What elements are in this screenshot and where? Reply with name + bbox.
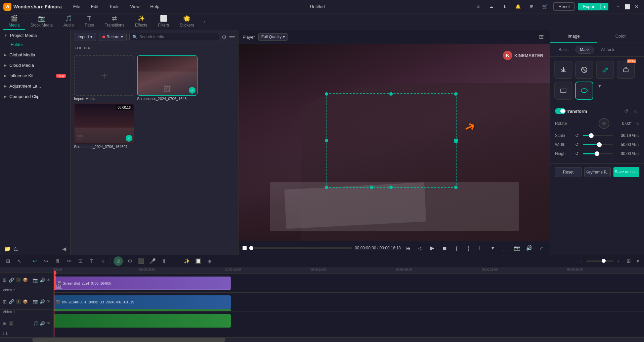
redo-button[interactable]: ↪	[41, 256, 51, 266]
bracket-left-button[interactable]: {	[452, 243, 461, 253]
close-button[interactable]: ✕	[633, 3, 641, 11]
media-thumb-1[interactable]: 🖼 ✓	[137, 55, 198, 96]
notification-icon-btn[interactable]: 🔔	[513, 2, 523, 12]
volume-button[interactable]: 🔊	[524, 243, 534, 253]
audio-btn[interactable]: ⬆	[159, 256, 169, 266]
track-add-icon[interactable]: ⊞	[3, 277, 7, 283]
save-custom-button[interactable]: Save as cu...	[613, 167, 639, 177]
audio1-clip[interactable]	[54, 314, 231, 328]
mask-icon-pen[interactable]	[596, 61, 614, 79]
collapse-sidebar-icon[interactable]: ◀	[62, 246, 66, 252]
ripple-edit-btn[interactable]: ⊚	[114, 256, 123, 266]
zoom-plus-btn[interactable]: ＋	[614, 257, 622, 265]
height-slider[interactable]	[583, 153, 613, 154]
rotate-circle-btn[interactable]	[599, 118, 609, 129]
minimize-button[interactable]: －	[614, 3, 622, 11]
snapshot-button[interactable]: 📷	[512, 243, 522, 253]
timeline-scrollbar[interactable]	[0, 337, 644, 342]
monitor-icon-btn[interactable]: 🖥	[473, 2, 483, 12]
video2-clip[interactable]: 🎬 Screenshot_2024_0706_164607	[54, 277, 231, 290]
crop-tl-button[interactable]: ⊡	[76, 256, 85, 266]
sidebar-item-influence-kit[interactable]: ▶ Influence Kit NEW	[0, 70, 70, 81]
track-mic-icon[interactable]: 🎵	[33, 321, 38, 326]
track-link-icon[interactable]: 🔗	[9, 278, 14, 283]
track-vol-1[interactable]: 🔊	[40, 299, 45, 304]
track-link-icon-1[interactable]: 🔗	[9, 299, 14, 304]
mask-icon-ellipse[interactable]	[575, 82, 593, 100]
mark-dropdown-btn[interactable]: ▾	[488, 243, 498, 253]
track-eye-2[interactable]: 👁	[46, 278, 51, 283]
add-track-button[interactable]: ⊞	[3, 256, 13, 266]
track-vol-a[interactable]: 🔊	[40, 321, 45, 326]
text-tl-button[interactable]: T	[87, 256, 96, 266]
menu-tools[interactable]: Tools	[106, 3, 122, 10]
cloud-icon-btn[interactable]: ☁	[486, 2, 496, 12]
split-btn[interactable]: ⊢	[171, 256, 180, 266]
sidebar-item-compound-clip[interactable]: ▶ Compound Clip	[0, 91, 70, 102]
grid-view-btn[interactable]: ⊞	[624, 256, 633, 266]
quality-select[interactable]: Full Quality ▾	[258, 33, 288, 41]
track-vol-icon-2[interactable]: 📦	[23, 278, 28, 282]
width-keyframe-icon[interactable]: ◇	[636, 142, 639, 147]
track-btn[interactable]: 🔲	[194, 256, 203, 266]
ai-btn[interactable]: ✨	[182, 256, 191, 266]
shop-icon-btn[interactable]: 🛒	[540, 2, 550, 12]
new-folder-icon[interactable]: 📁	[4, 246, 11, 252]
record-button[interactable]: Record ▾	[99, 33, 127, 41]
sub-tab-mask[interactable]: Mask	[575, 46, 594, 54]
more-tl-button[interactable]: »	[98, 256, 108, 266]
export-button[interactable]: Export	[578, 3, 600, 10]
grid-dropdown-btn[interactable]: ▾	[635, 256, 641, 266]
mask-icon-slash[interactable]	[575, 61, 593, 79]
tab-audio[interactable]: 🎵 Audio	[58, 13, 79, 30]
search-input[interactable]	[139, 35, 216, 39]
folder-icon[interactable]: 🗂	[13, 246, 19, 252]
import-button[interactable]: Import ▾	[74, 33, 96, 41]
mark-in-out-btn[interactable]: ⊢	[476, 243, 485, 253]
menu-file[interactable]: File	[71, 3, 83, 10]
undo-button[interactable]: ↩	[30, 256, 39, 266]
tab-stickers[interactable]: 🌟 Stickers	[174, 13, 200, 30]
keyframe-p-button[interactable]: Keyframe P...	[584, 167, 611, 177]
import-media-placeholder[interactable]: ＋	[74, 55, 134, 96]
sidebar-item-global-media[interactable]: ▶ Global Media	[0, 50, 70, 60]
marker-btn[interactable]: ⬛	[136, 256, 146, 266]
settings-preview-btn[interactable]: ⤢	[536, 243, 546, 253]
width-slider[interactable]	[583, 144, 613, 145]
maximize-button[interactable]: ⬜	[623, 3, 631, 11]
tab-transitions[interactable]: ⇄ Transitions	[99, 13, 130, 30]
play-button[interactable]: ▶	[428, 243, 437, 253]
scale-reset-icon[interactable]: ↺	[575, 133, 579, 138]
width-reset-icon[interactable]: ↺	[575, 142, 579, 147]
delete-button[interactable]: 🗑	[53, 256, 62, 266]
playback-slider[interactable]	[249, 247, 352, 249]
height-keyframe-icon[interactable]: ◇	[636, 151, 639, 156]
reset-transform-icon[interactable]: ↺	[622, 107, 630, 115]
height-slider-thumb[interactable]	[595, 151, 599, 156]
select-tool[interactable]: ↖	[15, 256, 24, 266]
mask-icon-download[interactable]	[554, 61, 572, 79]
sidebar-item-cloud-media[interactable]: ▶ Cloud Media	[0, 60, 70, 70]
zoom-minus-btn[interactable]: －	[577, 257, 585, 265]
scale-slider-thumb[interactable]	[589, 133, 594, 138]
track-camera-icon-2[interactable]: 📷	[33, 278, 38, 283]
play-back-button[interactable]: ◁	[416, 243, 425, 253]
track-vol-icon-1[interactable]: 📦	[23, 299, 28, 304]
menu-view[interactable]: View	[127, 3, 142, 10]
scale-slider[interactable]	[583, 135, 613, 136]
media-thumb-2[interactable]: 🎬 00:00:16 ✓	[74, 103, 134, 144]
mask-more-icon[interactable]: ▼	[596, 82, 603, 90]
track-vol-2[interactable]: 🔊	[40, 278, 45, 283]
stop-button[interactable]: ⏹	[440, 243, 449, 253]
menu-edit[interactable]: Edit	[88, 3, 101, 10]
folder-label[interactable]: Folder	[0, 41, 70, 50]
playback-dot[interactable]	[243, 246, 247, 250]
track-add-icon-1[interactable]: ⊞	[3, 299, 7, 304]
transform-toggle[interactable]	[555, 108, 566, 114]
download-icon-btn[interactable]: ⬇	[500, 2, 510, 12]
video1-clip[interactable]: 🎬 km_20240706-1_1080p_30f_20240706_09151…	[54, 295, 231, 309]
timeline-playhead[interactable]	[54, 274, 54, 337]
sub-tab-ai-tools[interactable]: AI Tools	[597, 46, 619, 54]
track-add-icon-a[interactable]: ⊞	[3, 321, 7, 326]
keyframe-diamond-icon[interactable]: ◇	[632, 107, 639, 115]
